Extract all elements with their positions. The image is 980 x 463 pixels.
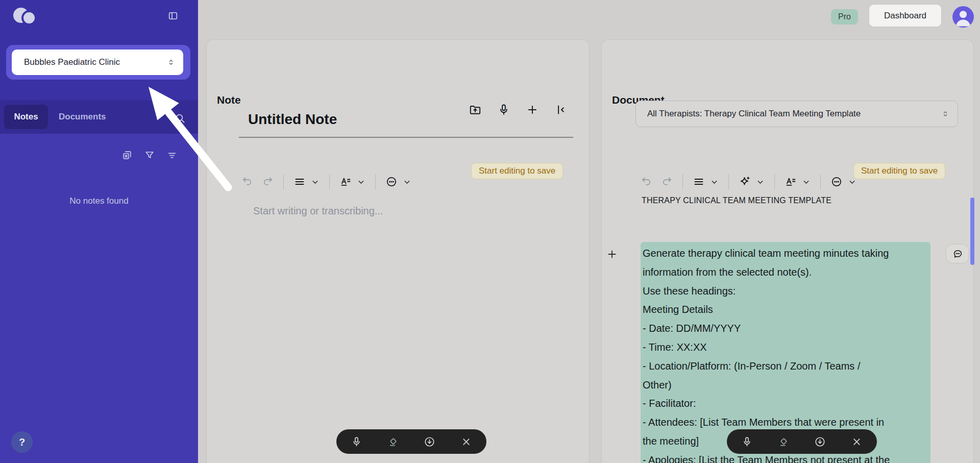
redo-icon[interactable] — [660, 176, 673, 188]
text-format-icon — [785, 176, 797, 188]
tab-documents[interactable]: Documents — [59, 105, 106, 129]
notes-list: No notes found — [0, 134, 198, 463]
ellipsis-circle-icon — [830, 176, 843, 188]
more-options-dropdown[interactable] — [385, 176, 411, 188]
title-underline — [239, 137, 573, 138]
help-button[interactable]: ? — [11, 431, 33, 453]
microphone-icon[interactable] — [351, 436, 362, 448]
dashboard-button[interactable]: Dashboard — [869, 4, 942, 27]
document-floating-toolbar — [727, 429, 877, 454]
note-panel: Note Untitled Note Start editing to save — [206, 39, 590, 463]
sidebar-tab-strip: Notes Documents — [0, 100, 198, 134]
document-panel: Document All Therapists: Therapy Clinica… — [601, 39, 974, 463]
text-format-dropdown[interactable] — [339, 176, 365, 188]
pro-badge: Pro — [831, 9, 858, 25]
scrollbar-thumb[interactable] — [970, 198, 974, 265]
document-editor-toolbar — [641, 172, 856, 192]
plus-icon[interactable] — [526, 103, 539, 116]
sidebar-toggle-icon[interactable] — [167, 10, 179, 21]
ellipsis-circle-icon — [385, 176, 398, 188]
chevron-down-icon — [710, 178, 719, 186]
block-style-dropdown[interactable] — [293, 176, 320, 188]
close-icon[interactable] — [460, 436, 472, 448]
note-floating-toolbar — [336, 429, 486, 454]
chevron-down-icon — [311, 178, 320, 186]
note-panel-title: Note — [217, 94, 241, 106]
menu-lines-icon — [693, 176, 705, 188]
note-editor-placeholder[interactable]: Start writing or transcribing... — [253, 205, 383, 217]
text-format-dropdown[interactable] — [785, 176, 811, 188]
chevron-down-icon — [357, 178, 365, 186]
clinic-selector-highlight: Bubbles Paediatric Clinic — [6, 45, 190, 80]
chevrons-up-down-icon — [941, 110, 949, 118]
folder-up-icon[interactable] — [469, 103, 482, 116]
funnel-filter-icon[interactable] — [144, 150, 155, 161]
clear-selection-icon[interactable] — [121, 150, 133, 161]
save-hint-badge: Start editing to save — [471, 163, 563, 179]
sparkles-icon — [739, 176, 751, 188]
clinic-selector[interactable]: Bubbles Paediatric Clinic — [12, 50, 183, 75]
menu-lines-icon — [293, 176, 306, 188]
chevrons-up-down-icon — [167, 58, 175, 66]
microphone-icon[interactable] — [741, 436, 753, 448]
clinic-selector-value: Bubbles Paediatric Clinic — [24, 57, 167, 67]
block-style-dropdown[interactable] — [693, 176, 719, 188]
close-icon[interactable] — [851, 436, 863, 448]
speech-bubble-icon — [952, 249, 963, 259]
sidebar: Bubbles Paediatric Clinic Notes Document… — [0, 0, 198, 463]
chevron-down-icon — [802, 178, 811, 186]
note-editor-toolbar — [241, 172, 411, 192]
more-options-dropdown[interactable] — [830, 176, 856, 188]
download-circle-icon[interactable] — [814, 436, 826, 448]
empty-state-text: No notes found — [0, 196, 198, 206]
template-selector-value: All Therapists: Therapy Clinical Team Me… — [647, 109, 941, 119]
app-logo-icon — [13, 8, 37, 23]
undo-icon[interactable] — [241, 176, 254, 188]
redo-icon[interactable] — [261, 176, 274, 188]
eraser-icon[interactable] — [778, 436, 790, 448]
save-hint-badge: Start editing to save — [853, 163, 945, 179]
comment-button[interactable] — [946, 244, 969, 263]
filter-lines-icon[interactable] — [166, 150, 178, 161]
avatar[interactable] — [952, 6, 974, 28]
chevron-down-icon — [756, 178, 765, 186]
download-circle-icon[interactable] — [424, 436, 435, 448]
tab-notes[interactable]: Notes — [4, 105, 48, 129]
search-icon[interactable] — [174, 112, 186, 125]
text-format-icon — [339, 176, 352, 188]
microphone-icon[interactable] — [497, 103, 510, 116]
document-heading: THERAPY CLINICAL TEAM MEETING TEMPLATE — [642, 196, 831, 205]
template-selector[interactable]: All Therapists: Therapy Clinical Team Me… — [635, 101, 958, 127]
person-icon — [952, 6, 974, 28]
chevron-down-icon — [403, 178, 411, 186]
eraser-icon[interactable] — [387, 436, 399, 448]
chevron-down-icon — [848, 178, 856, 186]
add-block-icon[interactable] — [606, 248, 618, 260]
note-title-input[interactable]: Untitled Note — [248, 111, 337, 128]
ai-actions-dropdown[interactable] — [739, 176, 765, 188]
undo-icon[interactable] — [641, 176, 653, 188]
collapse-left-icon[interactable] — [554, 103, 568, 116]
